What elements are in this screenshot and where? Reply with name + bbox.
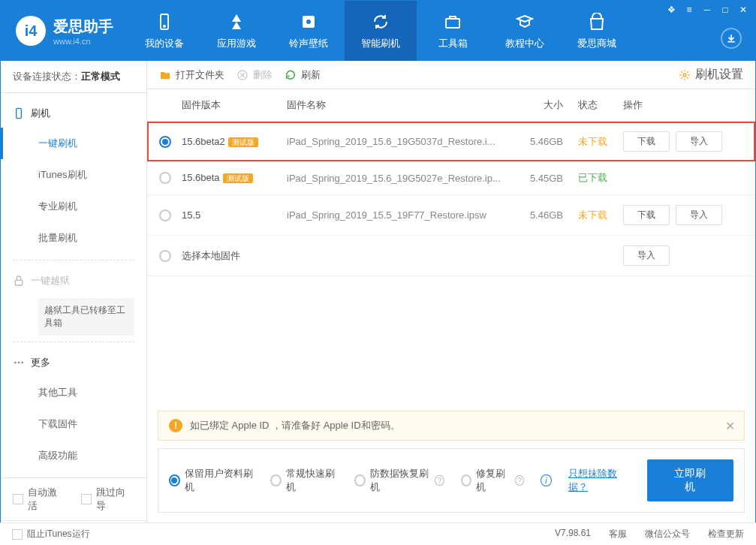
svg-point-12 <box>683 74 686 77</box>
row-radio[interactable] <box>159 136 171 148</box>
sidebar-section-more[interactable]: 更多 <box>1 348 146 377</box>
sidebar-item-itunes-flash[interactable]: iTunes刷机 <box>1 159 146 191</box>
import-button[interactable]: 导入 <box>676 131 722 152</box>
sidebar-item-advanced[interactable]: 高级功能 <box>1 440 146 471</box>
notice-close-button[interactable]: ✕ <box>725 419 735 433</box>
flash-radio[interactable] <box>270 474 282 486</box>
svg-rect-6 <box>15 280 22 285</box>
wechat-link[interactable]: 微信公众号 <box>645 528 690 540</box>
row-radio[interactable] <box>159 172 171 184</box>
main-content: 打开文件夹 删除 刷新 刷机设置 固件版本 固件名称 大小 状态 操作 <box>147 61 755 523</box>
table-row[interactable]: 15.6beta测试版 iPad_Spring_2019_15.6_19G502… <box>147 161 755 195</box>
status-text: 已下载 <box>563 171 623 185</box>
app-url: www.i4.cn <box>53 37 113 46</box>
sidebar-item-download-firmware[interactable]: 下载固件 <box>1 408 146 440</box>
svg-point-1 <box>164 26 165 27</box>
nav-tab-apps[interactable]: 应用游戏 <box>200 1 273 61</box>
nav-tab-tutorial[interactable]: 教程中心 <box>489 1 561 61</box>
nav-tab-device[interactable]: 我的设备 <box>128 1 200 61</box>
download-badge-icon[interactable] <box>721 28 742 49</box>
flash-option[interactable]: 修复刷机? <box>461 467 525 494</box>
maximize-icon[interactable]: □ <box>719 4 731 16</box>
firmware-name: iPad_Spring_2019_15.6_19G5037d_Restore.i… <box>287 136 507 147</box>
svg-point-9 <box>21 362 23 364</box>
version-text: 15.6beta <box>182 172 220 183</box>
size-text: 5.46GB <box>507 136 563 147</box>
flash-radio[interactable] <box>461 474 472 486</box>
flash-settings-button[interactable]: 刷机设置 <box>679 67 743 83</box>
footer: 阻止iTunes运行 V7.98.61 客服 微信公众号 检查更新 <box>0 522 756 545</box>
flash-option[interactable]: 常规快速刷机 <box>270 467 338 494</box>
folder-icon <box>159 69 171 81</box>
notice-bar: ! 如已绑定 Apple ID ，请准备好 Apple ID和密码。 ✕ <box>158 411 745 441</box>
logo-icon: i4 <box>16 16 46 46</box>
table-row[interactable]: 选择本地固件 导入 <box>147 236 755 276</box>
delete-button[interactable]: 删除 <box>236 68 273 82</box>
status-text: 未下载 <box>563 209 623 222</box>
sidebar-section-flash[interactable]: 刷机 <box>1 99 146 128</box>
beta-badge: 测试版 <box>228 137 258 147</box>
firmware-name: iPad_Spring_2019_15.5_19F77_Restore.ipsw <box>287 209 507 221</box>
refresh-button[interactable]: 刷新 <box>285 68 321 82</box>
import-button[interactable]: 导入 <box>676 205 722 225</box>
flash-option[interactable]: 防数据恢复刷机? <box>354 467 444 494</box>
lock-icon <box>13 275 25 287</box>
svg-point-3 <box>306 20 311 24</box>
block-itunes-checkbox[interactable] <box>12 529 23 540</box>
apps-icon <box>226 11 247 32</box>
erase-data-link[interactable]: 只想抹除数据？ <box>568 467 631 494</box>
gear-icon <box>679 69 691 81</box>
sidebar-item-other-tools[interactable]: 其他工具 <box>1 377 146 408</box>
check-update-link[interactable]: 检查更新 <box>708 528 744 540</box>
import-button[interactable]: 导入 <box>623 245 670 266</box>
table-row[interactable]: 15.5 iPad_Spring_2019_15.5_19F77_Restore… <box>147 195 755 236</box>
help-icon[interactable]: ? <box>515 475 525 486</box>
version-text: 15.5 <box>182 209 200 221</box>
flash-now-button[interactable]: 立即刷机 <box>647 459 733 501</box>
size-text: 5.46GB <box>507 209 563 221</box>
svg-rect-5 <box>17 108 22 118</box>
flash-options: 保留用户资料刷机常规快速刷机防数据恢复刷机?修复刷机? i 只想抹除数据？ 立即… <box>158 448 745 513</box>
version-text: 15.6beta2 <box>182 136 225 147</box>
nav-tab-store[interactable]: 爱思商城 <box>561 1 633 61</box>
sidebar-section-jailbreak: 一键越狱 <box>1 266 146 295</box>
beta-badge: 测试版 <box>223 173 253 183</box>
support-link[interactable]: 客服 <box>609 528 627 540</box>
flash-radio[interactable] <box>169 474 180 486</box>
nav-tab-toolbox[interactable]: 工具箱 <box>417 1 489 61</box>
row-radio[interactable] <box>159 209 171 221</box>
sidebar-item-batch-flash[interactable]: 批量刷机 <box>1 222 146 254</box>
download-button[interactable]: 下载 <box>623 131 670 152</box>
sidebar-item-oneclick-flash[interactable]: 一键刷机 <box>1 128 146 159</box>
theme-icon[interactable]: ❖ <box>665 4 677 16</box>
minimize-icon[interactable]: ─ <box>701 4 713 16</box>
flash-option[interactable]: 保留用户资料刷机 <box>169 467 254 494</box>
toolbox-icon <box>442 11 463 32</box>
music-icon <box>298 11 319 32</box>
store-icon <box>586 11 607 32</box>
flash-radio[interactable] <box>354 474 366 486</box>
more-icon <box>13 357 25 369</box>
skip-guide-checkbox[interactable] <box>81 494 92 504</box>
help-icon[interactable]: ? <box>435 475 444 486</box>
table-row[interactable]: 15.6beta2测试版 iPad_Spring_2019_15.6_19G50… <box>147 122 755 161</box>
version-label: V7.98.61 <box>555 528 591 540</box>
download-button[interactable]: 下载 <box>623 205 670 225</box>
nav-tab-flash[interactable]: 智能刷机 <box>345 1 417 61</box>
sidebar-item-pro-flash[interactable]: 专业刷机 <box>1 191 146 222</box>
jailbreak-note: 越狱工具已转移至工具箱 <box>38 298 134 336</box>
row-radio[interactable] <box>159 250 171 262</box>
open-folder-button[interactable]: 打开文件夹 <box>159 68 224 82</box>
close-icon[interactable]: ✕ <box>737 4 749 16</box>
table-header: 固件版本 固件名称 大小 状态 操作 <box>147 89 755 122</box>
size-text: 5.45GB <box>507 173 563 184</box>
nav-tab-ringtones[interactable]: 铃声壁纸 <box>273 1 345 61</box>
info-icon[interactable]: i <box>541 474 552 486</box>
sidebar: 设备连接状态：正常模式 刷机 一键刷机 iTunes刷机 专业刷机 批量刷机 一… <box>1 61 147 523</box>
table-body: 15.6beta2测试版 iPad_Spring_2019_15.6_19G50… <box>147 122 755 276</box>
logo-area: i4 爱思助手 www.i4.cn <box>1 16 128 46</box>
window-controls: ❖ ≡ ─ □ ✕ <box>659 1 755 19</box>
checkbox-row-activation: 自动激活 跳过向导 <box>1 478 146 520</box>
menu-icon[interactable]: ≡ <box>683 4 695 16</box>
auto-activate-checkbox[interactable] <box>13 494 23 504</box>
